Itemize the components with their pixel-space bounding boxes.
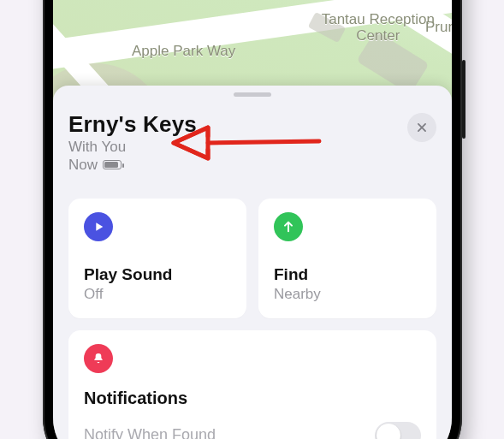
play-sound-tile[interactable]: Play Sound Off bbox=[68, 199, 246, 318]
action-tiles: Play Sound Off Find Nearby bbox=[68, 199, 436, 318]
item-title: Erny's Keys bbox=[68, 111, 436, 138]
play-sound-label: Play Sound bbox=[84, 265, 231, 284]
map-label-pruneridge: Pruner bbox=[425, 19, 452, 36]
notifications-section: Notifications Notify When Found bbox=[68, 330, 436, 440]
bell-icon bbox=[84, 344, 113, 373]
play-sound-sub: Off bbox=[84, 286, 231, 303]
battery-icon bbox=[103, 160, 122, 169]
screen: Apple Park Way Tantau Reception Center P… bbox=[53, 0, 452, 439]
sheet-header: Erny's Keys With You Now bbox=[68, 111, 436, 175]
find-sub: Nearby bbox=[274, 286, 421, 303]
play-icon bbox=[84, 212, 113, 241]
map-label-apple-park: Apple Park Way bbox=[132, 43, 235, 60]
find-icon bbox=[274, 212, 303, 241]
side-button bbox=[462, 60, 465, 139]
item-status-line1: With You bbox=[68, 138, 436, 156]
close-icon bbox=[416, 122, 428, 133]
notify-when-found-label: Notify When Found bbox=[84, 426, 216, 439]
sheet-grabber[interactable] bbox=[234, 92, 271, 97]
find-label: Find bbox=[274, 265, 421, 284]
notify-when-found-row[interactable]: Notify When Found bbox=[84, 408, 421, 440]
map-label-tantau: Tantau Reception Center bbox=[322, 12, 435, 44]
notifications-heading: Notifications bbox=[84, 389, 421, 408]
notify-when-found-toggle[interactable] bbox=[375, 422, 421, 440]
close-button[interactable] bbox=[407, 113, 436, 142]
phone-frame: Apple Park Way Tantau Reception Center P… bbox=[43, 0, 462, 439]
details-sheet[interactable]: Erny's Keys With You Now Play Sound Off bbox=[53, 86, 452, 439]
item-status-line2: Now bbox=[68, 156, 98, 174]
find-tile[interactable]: Find Nearby bbox=[258, 199, 436, 318]
